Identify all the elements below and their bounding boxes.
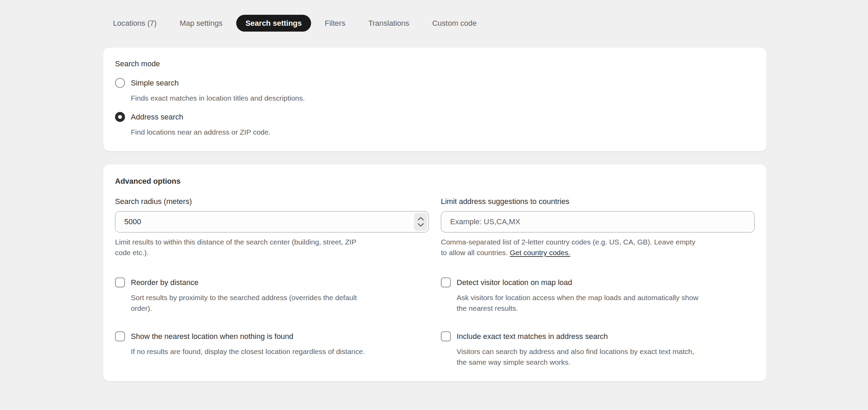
option-text: Include exact text matches in address se… bbox=[457, 331, 694, 367]
checkbox-icon[interactable] bbox=[441, 331, 451, 341]
checkbox-icon[interactable] bbox=[115, 277, 125, 287]
description-line: order). bbox=[131, 303, 357, 314]
country-limit-label: Limit address suggestions to countries bbox=[441, 196, 755, 206]
help-line: Limit results to within this distance of… bbox=[115, 237, 429, 247]
radio-description-simple-search: Finds exact matches in location titles a… bbox=[131, 93, 305, 103]
advanced-options-title: Advanced options bbox=[115, 176, 755, 186]
checkbox-option-reorder-by-distance[interactable]: Reorder by distance Sort results by prox… bbox=[115, 277, 429, 314]
search-mode-card: Search mode Simple search Finds exact ma… bbox=[103, 47, 767, 151]
number-stepper[interactable] bbox=[414, 213, 427, 231]
tab-search-settings[interactable]: Search settings bbox=[236, 15, 311, 32]
advanced-options-card: Advanced options Search radius (meters) bbox=[103, 164, 767, 381]
checkbox-description: Sort results by proximity to the searche… bbox=[131, 292, 357, 314]
option-text: Address search Find locations near an ad… bbox=[131, 112, 271, 137]
stepper-up-icon[interactable] bbox=[417, 217, 424, 221]
checkbox-option-show-nearest-location[interactable]: Show the nearest location when nothing i… bbox=[115, 331, 429, 367]
tab-locations[interactable]: Locations (7) bbox=[104, 15, 166, 32]
tab-translations[interactable]: Translations bbox=[359, 15, 419, 32]
description-line: Ask visitors for location access when th… bbox=[457, 292, 698, 303]
tab-filters[interactable]: Filters bbox=[316, 15, 355, 32]
search-radius-field: Search radius (meters) Limit results to … bbox=[115, 196, 429, 258]
country-limit-input[interactable] bbox=[441, 211, 755, 232]
tab-map-settings[interactable]: Map settings bbox=[170, 15, 232, 32]
settings-page: Locations (7) Map settings Search settin… bbox=[0, 0, 868, 410]
search-mode-title: Search mode bbox=[115, 59, 755, 69]
checkbox-description: If no results are found, display the clo… bbox=[131, 346, 365, 357]
country-limit-help: Comma-separated list of 2-letter country… bbox=[441, 237, 755, 258]
search-radius-input-wrap bbox=[115, 211, 429, 232]
tab-custom-code[interactable]: Custom code bbox=[423, 15, 486, 32]
description-line: If no results are found, display the clo… bbox=[131, 346, 365, 357]
option-text: Show the nearest location when nothing i… bbox=[131, 331, 365, 357]
radio-unselected-icon[interactable] bbox=[115, 78, 125, 88]
option-text: Detect visitor location on map load Ask … bbox=[457, 277, 698, 314]
radio-description-address-search: Find locations near an address or ZIP co… bbox=[131, 127, 271, 137]
advanced-fields-row: Search radius (meters) Limit results to … bbox=[115, 196, 755, 258]
checkbox-description: Ask visitors for location access when th… bbox=[457, 292, 698, 314]
radio-option-address-search[interactable]: Address search Find locations near an ad… bbox=[115, 112, 755, 137]
option-text: Simple search Finds exact matches in loc… bbox=[131, 78, 305, 103]
description-line: Sort results by proximity to the searche… bbox=[131, 292, 357, 303]
checkbox-label-show-nearest-location: Show the nearest location when nothing i… bbox=[131, 331, 365, 341]
get-country-codes-link[interactable]: Get country codes. bbox=[510, 249, 570, 257]
option-text: Reorder by distance Sort results by prox… bbox=[131, 277, 357, 314]
checkbox-label-reorder-by-distance: Reorder by distance bbox=[131, 277, 357, 287]
help-line: to allow all countries. Get country code… bbox=[441, 247, 755, 258]
tab-bar: Locations (7) Map settings Search settin… bbox=[104, 15, 767, 32]
help-line: Comma-separated list of 2-letter country… bbox=[441, 237, 755, 247]
country-limit-field: Limit address suggestions to countries C… bbox=[441, 196, 755, 258]
help-line: code etc.). bbox=[115, 247, 429, 258]
description-line: the same way simple search works. bbox=[457, 357, 694, 367]
description-line: the nearest results. bbox=[457, 303, 698, 314]
checkbox-icon[interactable] bbox=[115, 331, 125, 341]
search-radius-input[interactable] bbox=[115, 211, 429, 232]
checkbox-label-detect-visitor-location: Detect visitor location on map load bbox=[457, 277, 698, 287]
search-radius-label: Search radius (meters) bbox=[115, 196, 429, 206]
stepper-down-icon[interactable] bbox=[417, 223, 424, 227]
advanced-checkboxes-grid: Reorder by distance Sort results by prox… bbox=[115, 277, 755, 367]
description-line: Visitors can search by address and also … bbox=[457, 346, 694, 357]
checkbox-option-detect-visitor-location[interactable]: Detect visitor location on map load Ask … bbox=[441, 277, 755, 314]
country-limit-input-wrap bbox=[441, 211, 755, 232]
help-text: to allow all countries. bbox=[441, 249, 510, 257]
radio-option-simple-search[interactable]: Simple search Finds exact matches in loc… bbox=[115, 78, 755, 103]
radio-label-simple-search: Simple search bbox=[131, 78, 305, 88]
radio-selected-icon[interactable] bbox=[115, 112, 125, 122]
checkbox-icon[interactable] bbox=[441, 277, 451, 287]
checkbox-description: Visitors can search by address and also … bbox=[457, 346, 694, 367]
checkbox-option-include-exact-text-matches[interactable]: Include exact text matches in address se… bbox=[441, 331, 755, 367]
checkbox-label-include-exact-text-matches: Include exact text matches in address se… bbox=[457, 331, 694, 341]
radio-label-address-search: Address search bbox=[131, 112, 271, 122]
search-radius-help: Limit results to within this distance of… bbox=[115, 237, 429, 258]
